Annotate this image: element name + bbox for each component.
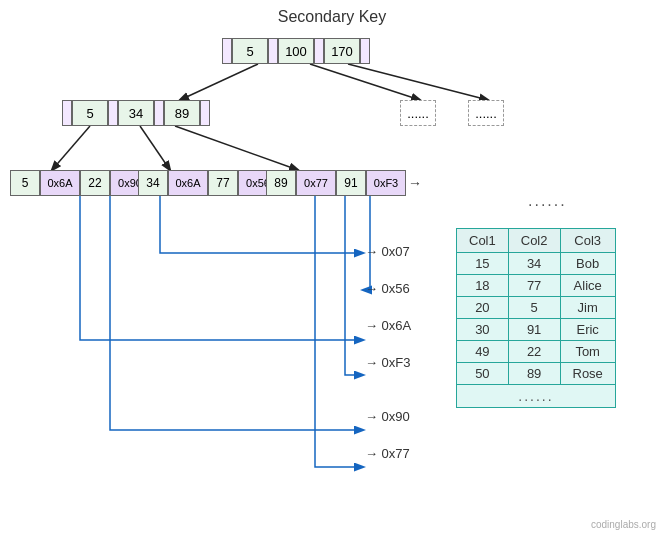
pointer-1: → 0x56 xyxy=(365,281,410,296)
cell-3-1: 91 xyxy=(508,319,560,341)
pointer-4: → 0x90 xyxy=(365,409,410,424)
cell-1-2: Alice xyxy=(560,275,615,297)
root-node: 5 100 170 xyxy=(222,38,370,64)
level2-node-0: 5 34 89 xyxy=(62,100,210,126)
root-key-2: 170 xyxy=(324,38,360,64)
cell-5-1: 89 xyxy=(508,363,560,385)
leaf-1-val-0: 0x6A xyxy=(168,170,208,196)
pointer-0: → 0x07 xyxy=(365,244,410,259)
col1-header: Col1 xyxy=(457,229,509,253)
leaf-0-key-0: 5 xyxy=(10,170,40,196)
cell-5-0: 50 xyxy=(457,363,509,385)
cell-5-2: Rose xyxy=(560,363,615,385)
cell-2-0: 20 xyxy=(457,297,509,319)
root-key-1: 100 xyxy=(278,38,314,64)
table-row: 18 77 Alice xyxy=(457,275,616,297)
leaf-node-2: 89 0x77 91 0xF3 → xyxy=(266,170,424,196)
table-row: 15 34 Bob xyxy=(457,253,616,275)
l2-0-ptr-0 xyxy=(62,100,72,126)
pointer-3: → 0xF3 xyxy=(365,355,411,370)
root-ptr-2 xyxy=(314,38,324,64)
col3-header: Col3 xyxy=(560,229,615,253)
cell-1-0: 18 xyxy=(457,275,509,297)
l2-0-ptr-3 xyxy=(200,100,210,126)
level2-node-1: ...... xyxy=(400,100,436,126)
l2-0-key-1: 34 xyxy=(118,100,154,126)
cell-0-2: Bob xyxy=(560,253,615,275)
leaf-1-key-1: 77 xyxy=(208,170,238,196)
root-ptr-3 xyxy=(360,38,370,64)
cell-3-0: 30 xyxy=(457,319,509,341)
svg-line-4 xyxy=(140,126,170,170)
cell-4-1: 22 xyxy=(508,341,560,363)
root-key-0: 5 xyxy=(232,38,268,64)
l2-1-ellipsis: ...... xyxy=(400,100,436,126)
table-row: 20 5 Jim xyxy=(457,297,616,319)
leaf-1-key-0: 34 xyxy=(138,170,168,196)
main-ellipsis: ...... xyxy=(528,192,567,210)
cell-2-2: Jim xyxy=(560,297,615,319)
svg-line-5 xyxy=(175,126,298,170)
svg-line-3 xyxy=(52,126,90,170)
svg-line-1 xyxy=(310,64,420,100)
root-ptr-1 xyxy=(268,38,278,64)
level2-node-2: ...... xyxy=(468,100,504,126)
table-ellipsis: ...... xyxy=(457,385,616,408)
leaf-2-val-0: 0x77 xyxy=(296,170,336,196)
cell-1-1: 77 xyxy=(508,275,560,297)
leaf-0-val-0: 0x6A xyxy=(40,170,80,196)
cell-2-1: 5 xyxy=(508,297,560,319)
cell-4-0: 49 xyxy=(457,341,509,363)
leaf-2-arrow: → xyxy=(406,170,424,196)
leaf-2-key-0: 89 xyxy=(266,170,296,196)
table-row: 50 89 Rose xyxy=(457,363,616,385)
pointer-5: → 0x77 xyxy=(365,446,410,461)
l2-0-ptr-2 xyxy=(154,100,164,126)
l2-0-ptr-1 xyxy=(108,100,118,126)
canvas: Secondary Key xyxy=(0,0,664,534)
l2-0-key-2: 89 xyxy=(164,100,200,126)
page-title: Secondary Key xyxy=(0,8,664,26)
col2-header: Col2 xyxy=(508,229,560,253)
data-table: Col1 Col2 Col3 15 34 Bob 18 77 Alice 20 … xyxy=(456,228,616,408)
leaf-2-key-1: 91 xyxy=(336,170,366,196)
leaf-2-val-1: 0xF3 xyxy=(366,170,406,196)
watermark: codinglabs.org xyxy=(591,519,656,530)
l2-0-key-0: 5 xyxy=(72,100,108,126)
svg-line-0 xyxy=(180,64,258,100)
table-row: 30 91 Eric xyxy=(457,319,616,341)
l2-2-ellipsis: ...... xyxy=(468,100,504,126)
table-row: 49 22 Tom xyxy=(457,341,616,363)
cell-4-2: Tom xyxy=(560,341,615,363)
cell-0-0: 15 xyxy=(457,253,509,275)
cell-0-1: 34 xyxy=(508,253,560,275)
root-ptr-0 xyxy=(222,38,232,64)
table-ellipsis-row: ...... xyxy=(457,385,616,408)
cell-3-2: Eric xyxy=(560,319,615,341)
leaf-0-key-1: 22 xyxy=(80,170,110,196)
svg-line-2 xyxy=(348,64,488,100)
pointer-2: → 0x6A xyxy=(365,318,411,333)
